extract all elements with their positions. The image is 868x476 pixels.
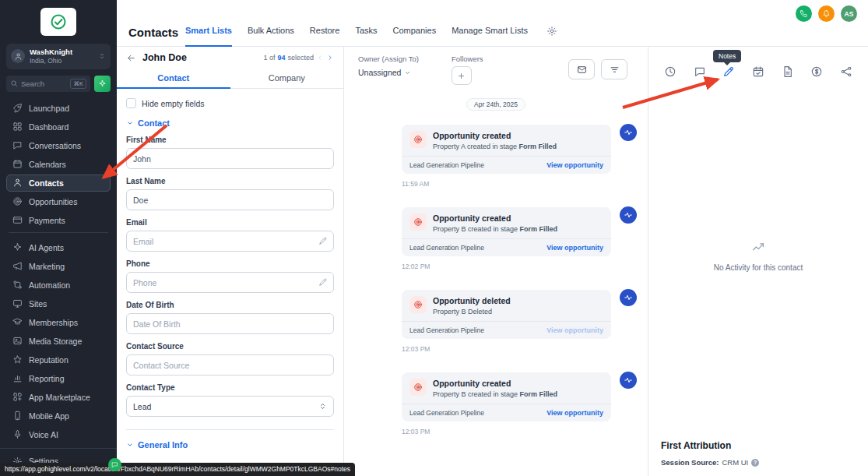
activity-feed: Opportunity created Property A created i… (344, 125, 648, 435)
pager-total[interactable]: 94 (277, 54, 285, 62)
contact-name: John Doe (142, 52, 187, 63)
documents-icon[interactable] (782, 65, 794, 78)
browser-status-url: https://app.gohighlevel.com/v2/location/… (0, 463, 355, 476)
sidebar-item[interactable]: Conversations (6, 137, 111, 154)
notes-tooltip: Notes (713, 50, 741, 62)
field-date-of-birth: Date Of Birth (126, 301, 334, 334)
sidebar-item-label: Voice AI (29, 430, 58, 439)
tasks-icon[interactable] (752, 65, 764, 78)
view-opportunity-link[interactable]: View opportunity (546, 409, 603, 417)
back-arrow-icon[interactable] (126, 53, 136, 63)
sidebar-item[interactable]: Reputation (6, 351, 111, 368)
email-input[interactable] (126, 231, 334, 252)
event-title: Opportunity deleted (433, 296, 511, 305)
hide-empty-fields-checkbox[interactable] (126, 98, 136, 108)
content-area: John Doe 1 of 94 selected Contact Compan… (117, 47, 868, 476)
smart-lists-settings-icon[interactable] (546, 26, 557, 37)
conversations-icon[interactable] (694, 65, 706, 78)
contact-pager: 1 of 94 selected (263, 54, 334, 62)
email-button[interactable] (568, 59, 595, 79)
first-name-input[interactable] (126, 148, 334, 169)
payments-icon[interactable] (810, 65, 823, 78)
activity-event: Opportunity created Property B created i… (402, 372, 611, 435)
filter-button[interactable] (601, 59, 627, 79)
prev-contact-icon[interactable] (316, 54, 324, 62)
chevron-down-icon (404, 69, 411, 76)
phone-input[interactable] (126, 272, 334, 293)
sidebar-item-icon (12, 159, 23, 169)
notifications-button[interactable] (818, 5, 835, 22)
chevron-down-icon (126, 441, 134, 449)
contact-type-select[interactable]: Lead (126, 396, 334, 417)
view-opportunity-link[interactable]: View opportunity (546, 244, 603, 252)
activity-pulse-icon[interactable] (620, 124, 637, 141)
sidebar-item[interactable]: Calendars (6, 156, 111, 173)
activity-pulse-icon[interactable] (620, 372, 637, 389)
contact-tools-toolbar (648, 47, 868, 78)
pipeline-label: Lead Generation Pipeline (409, 326, 484, 334)
sidebar-item[interactable]: Opportunities (6, 193, 111, 210)
tab-bulk-actions[interactable]: Bulk Actions (248, 16, 294, 47)
event-title: Opportunity created (433, 213, 557, 223)
sidebar-item[interactable]: Launchpad (6, 100, 111, 117)
tab-tasks[interactable]: Tasks (355, 16, 377, 47)
view-opportunity-link[interactable]: View opportunity (546, 326, 603, 334)
sidebar-item[interactable]: Voice AI (6, 426, 111, 443)
associations-icon[interactable] (840, 65, 852, 78)
general-info-section-toggle[interactable]: General Info (126, 440, 334, 450)
activity-pulse-icon[interactable] (620, 206, 637, 224)
add-follower-button[interactable] (452, 66, 472, 85)
owner-dropdown[interactable]: Unassigned (358, 68, 419, 77)
sparkle-icon (98, 79, 107, 88)
sidebar-item-label: Automation (29, 280, 70, 290)
tab-restore[interactable]: Restore (310, 16, 340, 47)
contact-source-input[interactable] (126, 354, 334, 376)
last-name-input[interactable] (126, 189, 334, 210)
opportunity-icon (409, 296, 427, 313)
sidebar-search-input[interactable]: Search ⌘K (6, 76, 90, 92)
history-icon[interactable] (664, 65, 676, 78)
next-contact-icon[interactable] (326, 54, 334, 62)
edit-pencil-icon[interactable] (318, 277, 328, 287)
ai-quick-action-button[interactable] (94, 76, 111, 92)
view-opportunity-link[interactable]: View opportunity (546, 161, 603, 169)
sidebar-item[interactable]: App Marketplace (6, 389, 111, 406)
activity-pulse-icon[interactable] (620, 289, 637, 306)
dialer-button[interactable] (796, 5, 812, 22)
edit-pencil-icon[interactable] (318, 236, 328, 245)
sidebar-item[interactable]: Memberships (6, 314, 111, 331)
field-last-name: Last Name (126, 177, 334, 210)
sidebar-item[interactable]: Marketing (6, 258, 111, 275)
sidebar-item[interactable]: Reporting (6, 370, 111, 387)
notes-icon[interactable] (722, 65, 735, 78)
sidebar-item[interactable]: Dashboard (6, 118, 111, 136)
sidebar-item[interactable]: Contacts (6, 175, 111, 192)
event-timestamp: 12:03 PM (402, 345, 611, 353)
sidebar-item-label: Opportunities (29, 197, 77, 206)
tab-smart-lists[interactable]: Smart Lists (185, 16, 232, 47)
contact-section-toggle[interactable]: Contact (126, 118, 334, 128)
event-timestamp: 12:03 PM (402, 428, 611, 435)
sidebar-item[interactable]: Payments (6, 212, 111, 229)
tab-contact[interactable]: Contact (117, 69, 230, 89)
user-avatar[interactable]: AS (841, 5, 857, 22)
account-switcher[interactable]: WashKnight India, Ohio (6, 44, 111, 69)
event-description: Property B created in stage Form Filled (433, 390, 557, 398)
app-logo (40, 8, 76, 36)
sidebar-item[interactable]: Media Storage (6, 333, 111, 350)
tab-manage-smart-lists[interactable]: Manage Smart Lists (452, 16, 528, 47)
chat-widget-button[interactable] (108, 458, 121, 471)
sidebar-item[interactable]: Mobile App (6, 407, 111, 425)
tab-company[interactable]: Company (230, 69, 344, 89)
help-icon[interactable]: ? (751, 459, 759, 467)
sidebar-item[interactable]: AI Agents (6, 239, 111, 256)
sidebar-nav: Launchpad Dashboard Conversations Calend… (0, 95, 117, 449)
date-of-birth-input[interactable] (126, 313, 334, 334)
tab-companies[interactable]: Companies (393, 16, 437, 47)
sidebar-item[interactable]: Automation (6, 277, 111, 294)
sidebar-item-icon (12, 122, 23, 132)
sidebar-item-icon (12, 196, 23, 206)
sidebar-item[interactable]: Sites (6, 295, 111, 312)
event-card: Opportunity deleted Property B Deleted L… (402, 290, 611, 339)
sidebar-item-label: AI Agents (29, 243, 64, 252)
